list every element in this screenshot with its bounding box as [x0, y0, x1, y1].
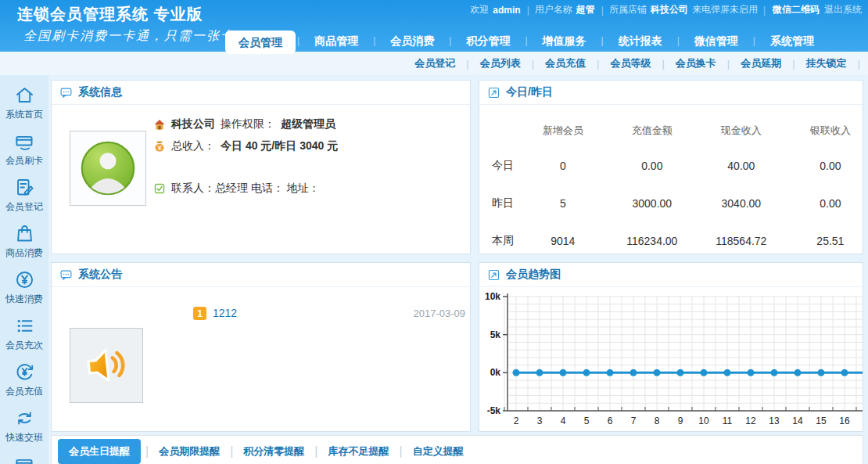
svg-text:17: 17 — [863, 415, 863, 426]
svg-text:2: 2 — [514, 415, 519, 426]
column-header: 银联收入 — [786, 114, 863, 147]
tab-consume[interactable]: 会员消费 — [377, 30, 447, 52]
contact-note-icon — [153, 182, 166, 195]
sidebar-item-shift[interactable]: 快速交班 — [5, 408, 43, 444]
app-header: 连锁会员管理系统 专业版 全国刷卡消费一卡通，只需一张卡 欢迎 admin | … — [0, 0, 868, 52]
company-name: 科技公司 — [171, 117, 215, 131]
sidebar-item-checkin[interactable]: 会员签到 — [5, 454, 43, 464]
panel-header: 系统公告 — [52, 263, 470, 287]
tab-reports[interactable]: 统计报表 — [605, 30, 676, 52]
home-icon — [14, 85, 35, 106]
panel-header: 系统信息 — [52, 81, 470, 105]
income-line: 总收入： 今日 40 元/昨日 3040 元 — [153, 139, 338, 153]
subnav-level[interactable]: 会员等级 — [599, 56, 662, 70]
svg-text:10: 10 — [698, 415, 709, 426]
sidebar-item-register[interactable]: 会员登记 — [5, 177, 43, 214]
table-row: 本周9014116234.00118564.7225.51 — [479, 222, 863, 254]
sidebar-item-goods-consume[interactable]: 商品消费 — [5, 223, 43, 260]
stat-value: 3000.00 — [608, 185, 697, 222]
reminder-tab-stock[interactable]: 库存不足提醒 — [319, 441, 397, 462]
shop-avatar — [70, 131, 146, 206]
tab-value-added[interactable]: 增值服务 — [529, 30, 600, 52]
svg-text:5: 5 — [584, 415, 590, 426]
shop-name: 科技公司 — [651, 3, 688, 16]
sidebar-item-label: 会员充值 — [5, 385, 43, 398]
panel-header: 今日/昨日 — [479, 81, 863, 105]
sidebar-item-home[interactable]: 系统首页 — [5, 85, 43, 121]
stat-value: 0.00 — [608, 147, 697, 185]
panel-title: 系统信息 — [78, 85, 122, 99]
income-value: 今日 40 元/昨日 3040 元 — [221, 139, 338, 153]
sidebar-item-label: 商品消费 — [5, 246, 43, 260]
reminder-tab-birthday[interactable]: 会员生日提醒 — [58, 439, 141, 464]
swipe-card-icon — [14, 131, 35, 152]
sidebar-item-count-recharge[interactable]: 会员充次 — [5, 315, 43, 352]
register-icon — [14, 177, 35, 198]
subnav-recharge[interactable]: 会员充值 — [534, 56, 597, 70]
svg-text:5k: 5k — [490, 329, 501, 340]
system-info-panel: 系统信息 科 — [51, 80, 471, 254]
reminder-tab-divider: | — [313, 444, 319, 459]
permission-value: 超级管理员 — [281, 117, 335, 131]
trend-arrow-icon — [487, 86, 500, 99]
user-title-label: 用户名称 — [535, 3, 572, 16]
sidebar-item-recharge[interactable]: 会员充值 — [5, 361, 43, 398]
subnav-lock[interactable]: 挂失锁定 — [795, 56, 858, 70]
subnav-register[interactable]: 会员登记 — [404, 56, 466, 70]
reminder-tab-expiry[interactable]: 会员期限提醒 — [150, 441, 228, 462]
yen-recharge-icon — [14, 361, 35, 383]
subnav-change-card[interactable]: 会员换卡 — [665, 56, 727, 70]
stat-value: 9014 — [518, 222, 608, 254]
tab-system[interactable]: 系统管理 — [757, 30, 827, 52]
sidebar: 系统首页会员刷卡会员登记商品消费快速消费会员充次会员充值快速交班会员签到 — [0, 75, 48, 464]
subnav-list[interactable]: 会员列表 — [469, 56, 532, 70]
sidebar-item-label: 快速消费 — [5, 293, 43, 306]
logout-link[interactable]: 退出系统 — [824, 3, 862, 16]
sub-nav: 会员登记|会员列表|会员充值|会员等级|会员换卡|会员延期|挂失锁定| — [0, 52, 868, 75]
tab-points[interactable]: 积分管理 — [453, 30, 523, 52]
reminder-tab-custom[interactable]: 自定义提醒 — [404, 441, 472, 462]
tab-products[interactable]: 商品管理 — [301, 30, 371, 52]
stat-value: 0.00 — [786, 147, 863, 185]
speaker-icon — [82, 341, 131, 390]
tab-members[interactable]: 会员管理 — [225, 31, 296, 54]
announcement-number-badge: 1 — [193, 307, 206, 320]
wechat-qr-link[interactable]: 微信二维码 — [773, 3, 820, 16]
reminder-tab-points-reset[interactable]: 积分清零提醒 — [235, 441, 313, 462]
today-yesterday-panel: 今日/昨日 新增会员充值金额现金收入银联收入微信收入今日00.0040.000.… — [479, 80, 863, 254]
table-row: 昨日53000.003040.000.00 — [479, 185, 863, 222]
avatar-person-icon — [79, 139, 137, 197]
tab-divider: | — [600, 30, 605, 52]
subnav-divider: | — [858, 58, 860, 70]
popup-status: 来电弹屏未启用 — [692, 3, 758, 16]
sidebar-item-swipe[interactable]: 会员刷卡 — [5, 131, 43, 167]
user-title-value: 超管 — [576, 3, 595, 16]
sidebar-item-label: 快速交班 — [5, 431, 43, 444]
stat-value: 3040.00 — [697, 185, 786, 222]
svg-text:8: 8 — [655, 415, 660, 426]
app-slogan: 全国刷卡消费一卡通，只需一张卡 — [23, 28, 235, 45]
stat-value: 5 — [518, 185, 608, 222]
stat-value: 116234.00 — [608, 222, 697, 254]
svg-text:16: 16 — [839, 415, 850, 426]
main-tab-bar: 会员管理|商品管理|会员消费|积分管理|增值服务|统计报表|微信管理|系统管理 — [225, 27, 827, 52]
row-label: 本周 — [479, 222, 518, 254]
tab-divider: | — [523, 30, 529, 52]
svg-text:6: 6 — [608, 415, 613, 426]
sidebar-item-label: 系统首页 — [5, 108, 43, 121]
svg-text:3: 3 — [537, 415, 543, 426]
row-label: 今日 — [479, 147, 518, 185]
company-line: 科技公司 操作权限： 超级管理员 — [153, 117, 335, 131]
money-bag-icon — [153, 140, 166, 153]
tab-divider: | — [676, 30, 681, 52]
sidebar-item-quick-consume[interactable]: 快速消费 — [5, 269, 43, 306]
subnav-extend[interactable]: 会员延期 — [730, 56, 792, 70]
svg-text:7: 7 — [631, 415, 637, 426]
column-header: 现金收入 — [697, 114, 786, 147]
user-bar: 欢迎 admin | 用户名称 超管 | 所属店铺 科技公司 来电弹屏未启用 |… — [468, 3, 863, 16]
app-title: 连锁会员管理系统 专业版 — [17, 4, 203, 25]
shopping-bag-icon — [14, 223, 35, 244]
house-icon — [153, 118, 166, 131]
announcement-link[interactable]: 1212 — [213, 307, 237, 319]
tab-wechat[interactable]: 微信管理 — [681, 30, 751, 52]
